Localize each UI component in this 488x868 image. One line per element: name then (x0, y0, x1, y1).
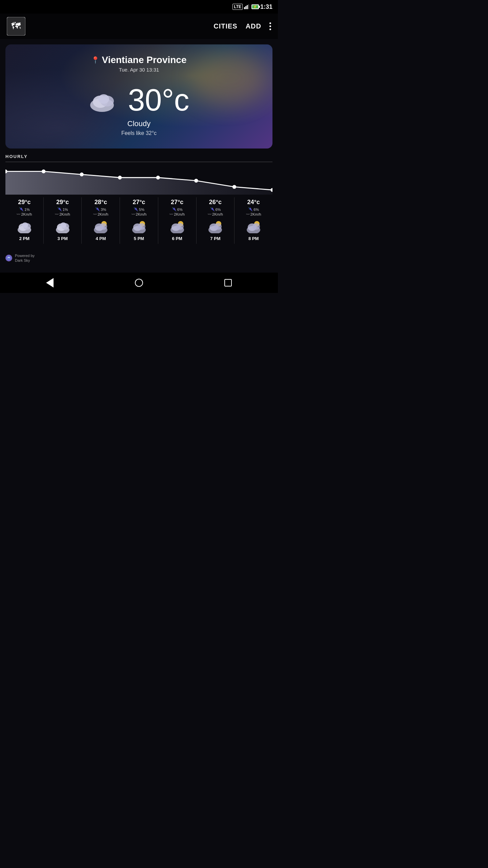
feels-like: Feels like 32°c (14, 130, 264, 136)
weather-content: 📍 Vientiane Province Tue. Apr 30 13:31 3… (14, 55, 264, 136)
rain-drop-icon: 🌂 (19, 207, 24, 212)
svg-rect-1 (245, 6, 246, 9)
temperature-row: 30°c (14, 85, 264, 115)
hour-time: 2 PM (19, 236, 29, 244)
svg-point-12 (42, 170, 45, 173)
svg-rect-0 (244, 7, 245, 9)
hour-weather-icon (207, 220, 223, 233)
footer-text: Powered by Dark Sky (15, 253, 35, 263)
svg-point-46 (252, 223, 260, 230)
wind-icon: 〰 (55, 212, 59, 216)
hour-rain: 🌂 6% (172, 207, 183, 212)
status-bar: LTE ⚡ 1:31 (0, 0, 278, 14)
hour-temp: 28°c (95, 199, 107, 206)
svg-marker-10 (5, 171, 272, 195)
wind-icon: 〰 (17, 212, 20, 216)
svg-rect-3 (248, 4, 249, 9)
hour-time: 8 PM (248, 236, 259, 244)
more-options-button[interactable] (269, 22, 271, 30)
temperature-chart (5, 167, 272, 195)
wind-icon: 〰 (131, 212, 135, 216)
svg-point-38 (176, 223, 184, 230)
hour-temp: 27°c (171, 199, 183, 206)
rain-drop-icon: 🌂 (95, 207, 100, 212)
wind-icon: 〰 (208, 212, 211, 216)
hourly-section: HOURLY 29°c (0, 154, 278, 244)
hour-rain: 🌂 6% (248, 207, 259, 212)
recents-button[interactable] (224, 279, 232, 287)
signal-icon (244, 4, 250, 9)
rain-drop-icon: 🌂 (57, 207, 62, 212)
hourly-grid: 29°c 🌂 1% 〰 2Km/h 2 PM 29°c 🌂 1% 〰 2Km/h (5, 197, 272, 244)
dot2 (269, 25, 271, 27)
svg-point-17 (232, 185, 236, 189)
svg-rect-2 (247, 5, 248, 9)
hour-wind: 〰 2Km/h (131, 212, 147, 216)
current-weather-icon (88, 88, 122, 112)
svg-point-47 (7, 256, 11, 260)
rain-drop-icon: 🌂 (210, 207, 215, 212)
hour-column: 28°c 🌂 3% 〰 2Km/h 4 PM (81, 197, 120, 244)
hourly-label: HOURLY (5, 154, 272, 162)
app-logo[interactable]: 🗺 (7, 17, 25, 36)
hour-temp: 24°c (247, 199, 260, 206)
svg-text:🗺: 🗺 (11, 21, 21, 31)
footer: Powered by Dark Sky (0, 246, 278, 270)
hour-column: 29°c 🌂 1% 〰 2Km/h 3 PM (43, 197, 82, 244)
hour-weather-icon (55, 220, 71, 233)
dot3 (269, 28, 271, 30)
svg-point-9 (98, 94, 109, 104)
cities-button[interactable]: CITIES (214, 22, 237, 30)
wind-icon: 〰 (246, 212, 250, 216)
top-nav: 🗺 CITIES ADD (0, 14, 278, 39)
condition: Cloudy (14, 119, 264, 128)
battery-bolt: ⚡ (253, 5, 257, 8)
svg-point-14 (118, 176, 122, 179)
hour-wind: 〰 2Km/h (93, 212, 108, 216)
hour-temp: 29°c (56, 199, 69, 206)
hour-time: 4 PM (96, 236, 106, 244)
hour-rain: 🌂 3% (95, 207, 106, 212)
status-time: 1:31 (260, 3, 272, 11)
hour-column: 29°c 🌂 1% 〰 2Km/h 2 PM (5, 197, 43, 244)
rain-drop-icon: 🌂 (172, 207, 177, 212)
hour-time: 3 PM (57, 236, 67, 244)
battery-icon: ⚡ (251, 4, 259, 9)
nav-actions: CITIES ADD (214, 22, 271, 30)
location-pin-icon: 📍 (91, 56, 100, 64)
svg-point-22 (22, 222, 28, 228)
hour-temp: 29°c (18, 199, 30, 206)
hour-column: 24°c 🌂 6% 〰 2Km/h 8 PM (234, 197, 272, 244)
back-button[interactable] (46, 278, 54, 288)
city-name: 📍 Vientiane Province (14, 55, 264, 65)
dark-sky-logo (5, 255, 12, 261)
hour-time: 5 PM (134, 236, 144, 244)
hour-rain: 🌂 5% (134, 207, 144, 212)
hour-wind: 〰 2Km/h (17, 212, 32, 216)
dot1 (269, 22, 271, 24)
hour-temp: 26°c (209, 199, 222, 206)
hour-rain: 🌂 1% (57, 207, 68, 212)
home-button[interactable] (135, 279, 143, 287)
hour-column: 27°c 🌂 5% 〰 2Km/h 5 PM (120, 197, 158, 244)
hour-weather-icon (245, 220, 262, 233)
temperature: 30°c (128, 85, 189, 115)
hour-weather-icon (131, 220, 147, 233)
add-button[interactable]: ADD (246, 22, 261, 30)
lte-icon: LTE (232, 4, 243, 10)
svg-point-15 (156, 176, 160, 179)
svg-point-26 (60, 222, 66, 228)
svg-point-42 (214, 223, 222, 230)
hour-time: 6 PM (172, 236, 182, 244)
status-icons: LTE ⚡ 1:31 (232, 3, 272, 11)
hour-column: 26°c 🌂 6% 〰 2Km/h 7 PM (196, 197, 235, 244)
hour-weather-icon (93, 220, 109, 233)
hour-column: 27°c 🌂 6% 〰 2Km/h 6 PM (158, 197, 196, 244)
hour-weather-icon (16, 220, 33, 233)
weather-card: 📍 Vientiane Province Tue. Apr 30 13:31 3… (5, 44, 272, 149)
svg-point-13 (80, 173, 84, 176)
svg-point-30 (100, 223, 107, 230)
hour-wind: 〰 2Km/h (169, 212, 185, 216)
rain-drop-icon: 🌂 (248, 207, 253, 212)
svg-point-34 (138, 223, 145, 230)
